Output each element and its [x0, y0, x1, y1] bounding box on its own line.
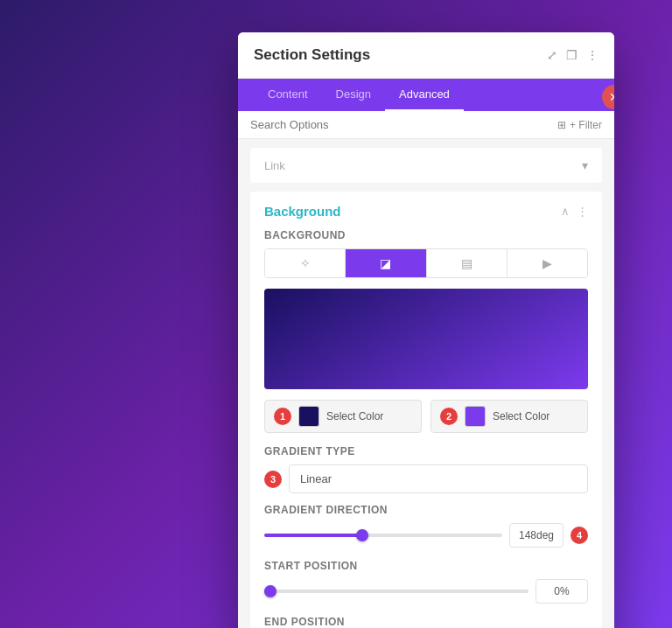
- bg-type-tabs: ✧ ◪ ▤ ▶: [264, 248, 588, 278]
- tab-design[interactable]: Design: [322, 79, 385, 111]
- gradient-direction-fill: [264, 534, 362, 537]
- bg-type-gradient[interactable]: ◪: [346, 249, 426, 277]
- color-stop-2-badge: 2: [440, 408, 458, 425]
- filter-icon: ⊞: [557, 119, 566, 131]
- search-input[interactable]: [250, 118, 557, 131]
- filter-label: + Filter: [570, 119, 602, 131]
- color-stop-1: 1 Select Color: [264, 400, 422, 433]
- expand-icon[interactable]: ⤢: [547, 48, 557, 62]
- color-swatch-1[interactable]: [298, 406, 319, 427]
- bg-type-none[interactable]: ✧: [265, 249, 346, 277]
- section-more-icon[interactable]: ⋮: [577, 205, 588, 218]
- start-position-value[interactable]: 0%: [536, 579, 588, 604]
- chevron-down-icon: ▾: [582, 158, 588, 172]
- tab-content[interactable]: Content: [254, 79, 322, 111]
- panel-body: Link ▾ Background ∧ ⋮ Background ✧ ◪: [238, 139, 614, 628]
- panel-header-icons: ⤢ ❐ ⋮: [547, 48, 598, 62]
- gradient-direction-slider[interactable]: [264, 534, 502, 537]
- gradient-direction-label: Gradient Direction: [264, 504, 588, 516]
- gradient-type-select-wrap: 3 Linear Radial: [264, 464, 588, 493]
- more-icon[interactable]: ⋮: [586, 48, 598, 62]
- panel-header: Section Settings ⤢ ❐ ⋮: [238, 32, 614, 79]
- color-stop-2: 2 Select Color: [430, 400, 588, 433]
- bg-type-video[interactable]: ▶: [508, 249, 587, 277]
- section-settings-panel: Section Settings ⤢ ❐ ⋮ Content Design Ad…: [238, 32, 614, 628]
- filter-button[interactable]: ⊞ + Filter: [557, 119, 602, 131]
- background-section-header: Background ∧ ⋮: [264, 204, 588, 219]
- gradient-direction-badge: 4: [570, 527, 588, 544]
- tab-advanced[interactable]: Advanced: [385, 79, 464, 111]
- color-stops: 1 Select Color 2 Select Color: [264, 400, 588, 433]
- search-bar: ⊞ + Filter: [238, 111, 614, 139]
- link-section[interactable]: Link ▾: [250, 148, 602, 183]
- tab-bar: Content Design Advanced: [238, 79, 614, 111]
- image-icon: ▤: [461, 256, 472, 270]
- color-swatch-2[interactable]: [465, 406, 486, 427]
- color-stop-1-label[interactable]: Select Color: [326, 410, 412, 422]
- end-position-row: End Position 100%: [264, 616, 588, 628]
- gradient-direction-thumb[interactable]: [356, 529, 368, 541]
- gradient-direction-value[interactable]: 148deg: [509, 523, 564, 548]
- gradient-direction-row: Gradient Direction 148deg 4: [264, 504, 588, 548]
- color-stop-2-label[interactable]: Select Color: [493, 410, 578, 422]
- gradient-type-select[interactable]: Linear Radial: [289, 464, 588, 493]
- section-header-icons: ∧ ⋮: [561, 205, 588, 218]
- start-position-row: Start Position 0%: [264, 560, 588, 604]
- color-stop-1-badge: 1: [274, 408, 291, 425]
- end-position-label: End Position: [264, 616, 588, 628]
- background-field-label: Background: [264, 229, 588, 241]
- start-position-slider[interactable]: [264, 590, 528, 593]
- no-bg-icon: ✧: [300, 256, 311, 270]
- video-icon: ▶: [542, 256, 552, 270]
- duplicate-icon[interactable]: ❐: [566, 48, 578, 62]
- gradient-preview: [264, 289, 588, 389]
- bg-type-image[interactable]: ▤: [427, 249, 508, 277]
- gradient-direction-controls: 148deg 4: [264, 523, 588, 548]
- background-section-title: Background: [264, 204, 341, 219]
- panel-title: Section Settings: [254, 46, 370, 64]
- gradient-type-label: Gradient Type: [264, 445, 588, 457]
- background-section: Background ∧ ⋮ Background ✧ ◪ ▤: [250, 192, 602, 628]
- start-position-label: Start Position: [264, 560, 588, 572]
- collapse-icon[interactable]: ∧: [561, 205, 570, 218]
- start-position-controls: 0%: [264, 579, 588, 604]
- gradient-type-badge: 3: [264, 471, 282, 488]
- gradient-icon: ◪: [380, 256, 391, 270]
- gradient-type-row: Gradient Type 3 Linear Radial: [264, 445, 588, 493]
- start-position-thumb[interactable]: [264, 585, 276, 597]
- link-label: Link: [264, 159, 285, 172]
